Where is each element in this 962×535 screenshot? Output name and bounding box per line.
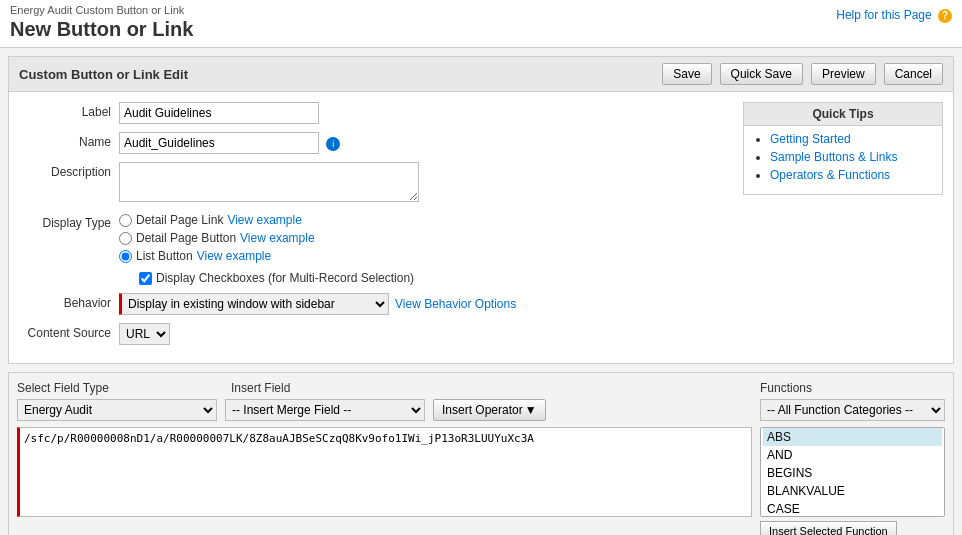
func-case: CASE (763, 500, 942, 517)
name-input[interactable] (119, 132, 319, 154)
bottom-section: Select Field Type Insert Field Functions… (8, 372, 954, 535)
formula-input[interactable]: /sfc/p/R00000008nD1/a/R00000007LK/8Z8auA… (17, 427, 752, 517)
quick-tips-item-operators: Operators & Functions (770, 168, 932, 182)
label-field-label: Label (19, 102, 119, 119)
quick-tips-title: Quick Tips (744, 103, 942, 126)
behavior-field: Display in existing window with sidebar … (119, 293, 733, 315)
radio-detail-page-link: Detail Page Link View example (119, 213, 733, 227)
description-field-label: Description (19, 162, 119, 179)
radio-detail-page-link-label: Detail Page Link (136, 213, 223, 227)
name-row: Name i (19, 132, 733, 154)
label-row: Label (19, 102, 733, 124)
quick-tips-list: Getting Started Sample Buttons & Links O… (754, 132, 932, 182)
display-checkboxes-input[interactable] (139, 272, 152, 285)
name-field-label: Name (19, 132, 119, 149)
display-type-row: Display Type Detail Page Link View examp… (19, 213, 733, 285)
detail-page-link-example[interactable]: View example (227, 213, 301, 227)
func-and: AND (763, 446, 942, 464)
func-blankvalue: BLANKVALUE (763, 482, 942, 500)
cancel-button[interactable]: Cancel (884, 63, 943, 85)
function-list[interactable]: ABS AND BEGINS BLANKVALUE CASE CASESAFEI… (760, 427, 945, 517)
insert-operator-chevron: ▼ (525, 403, 537, 417)
function-list-container: ABS AND BEGINS BLANKVALUE CASE CASESAFEI… (760, 427, 945, 535)
name-field-container: i (119, 132, 733, 154)
behavior-label: Behavior (19, 293, 119, 310)
behavior-select[interactable]: Display in existing window with sidebar (119, 293, 389, 315)
quick-tips-panel: Quick Tips Getting Started Sample Button… (743, 102, 943, 353)
content-source-label: Content Source (19, 323, 119, 340)
formula-area: /sfc/p/R00000008nD1/a/R00000007LK/8Z8auA… (17, 427, 945, 535)
preview-button[interactable]: Preview (811, 63, 876, 85)
form-container: Custom Button or Link Edit Save Quick Sa… (8, 56, 954, 364)
label-input[interactable] (119, 102, 319, 124)
quick-tips-item-sample-buttons: Sample Buttons & Links (770, 150, 932, 164)
quick-tips-item-getting-started: Getting Started (770, 132, 932, 146)
select-field-type-label: Select Field Type (17, 381, 109, 395)
display-type-label: Display Type (19, 213, 119, 230)
content-source-row: Content Source URL (19, 323, 733, 345)
breadcrumb: Energy Audit Custom Button or Link (10, 4, 952, 16)
form-header: Custom Button or Link Edit Save Quick Sa… (9, 57, 953, 92)
save-button[interactable]: Save (662, 63, 711, 85)
field-type-select[interactable]: Energy Audit (17, 399, 217, 421)
functions-label: Functions (760, 381, 812, 395)
display-type-field: Detail Page Link View example Detail Pag… (119, 213, 733, 285)
insert-operator-label: Insert Operator (442, 403, 523, 417)
form-header-title: Custom Button or Link Edit (19, 67, 654, 82)
top-bar: Help for this Page ? Energy Audit Custom… (0, 0, 962, 48)
radio-detail-page-link-input[interactable] (119, 214, 132, 227)
insert-merge-select[interactable]: -- Insert Merge Field -- (225, 399, 425, 421)
description-input[interactable] (119, 162, 419, 202)
content-source-select[interactable]: URL (119, 323, 170, 345)
func-begins: BEGINS (763, 464, 942, 482)
radio-detail-page-button-label: Detail Page Button (136, 231, 236, 245)
radio-list-button-input[interactable] (119, 250, 132, 263)
quick-tips-box: Quick Tips Getting Started Sample Button… (743, 102, 943, 195)
insert-field-label-container: Insert Field (227, 381, 750, 395)
radio-list-button-label: List Button (136, 249, 193, 263)
help-icon: ? (938, 9, 952, 23)
description-field-container (119, 162, 733, 205)
select-field-type-label-container: Select Field Type (17, 381, 217, 395)
function-categories-select[interactable]: -- All Function Categories -- (760, 399, 945, 421)
form-left: Label Name i Description (19, 102, 733, 353)
content-source-field: URL (119, 323, 733, 345)
sample-buttons-link[interactable]: Sample Buttons & Links (770, 150, 897, 164)
help-link-text: Help for this Page (836, 8, 931, 22)
getting-started-link[interactable]: Getting Started (770, 132, 851, 146)
form-body: Label Name i Description (9, 92, 953, 363)
behavior-controls: Display in existing window with sidebar … (119, 293, 733, 315)
radio-list-button: List Button View example (119, 249, 733, 263)
insert-operator-button[interactable]: Insert Operator ▼ (433, 399, 546, 421)
display-checkboxes-row: Display Checkboxes (for Multi-Record Sel… (139, 271, 733, 285)
label-field-container (119, 102, 733, 124)
radio-group: Detail Page Link View example Detail Pag… (119, 213, 733, 285)
operators-functions-link[interactable]: Operators & Functions (770, 168, 890, 182)
functions-label-container: Functions (760, 381, 945, 395)
insert-field-label: Insert Field (231, 381, 290, 395)
description-row: Description (19, 162, 733, 205)
info-icon[interactable]: i (326, 137, 340, 151)
display-checkboxes-label: Display Checkboxes (for Multi-Record Sel… (156, 271, 414, 285)
list-button-example[interactable]: View example (197, 249, 271, 263)
func-abs: ABS (763, 428, 942, 446)
radio-detail-page-button: Detail Page Button View example (119, 231, 733, 245)
formula-input-container: /sfc/p/R00000008nD1/a/R00000007LK/8Z8auA… (17, 427, 752, 535)
view-behavior-options[interactable]: View Behavior Options (395, 297, 516, 311)
quick-save-button[interactable]: Quick Save (720, 63, 803, 85)
detail-page-button-example[interactable]: View example (240, 231, 314, 245)
behavior-row: Behavior Display in existing window with… (19, 293, 733, 315)
radio-detail-page-button-input[interactable] (119, 232, 132, 245)
page-title: New Button or Link (10, 18, 952, 41)
help-link[interactable]: Help for this Page ? (836, 8, 952, 23)
insert-selected-function-button[interactable]: Insert Selected Function (760, 521, 897, 535)
